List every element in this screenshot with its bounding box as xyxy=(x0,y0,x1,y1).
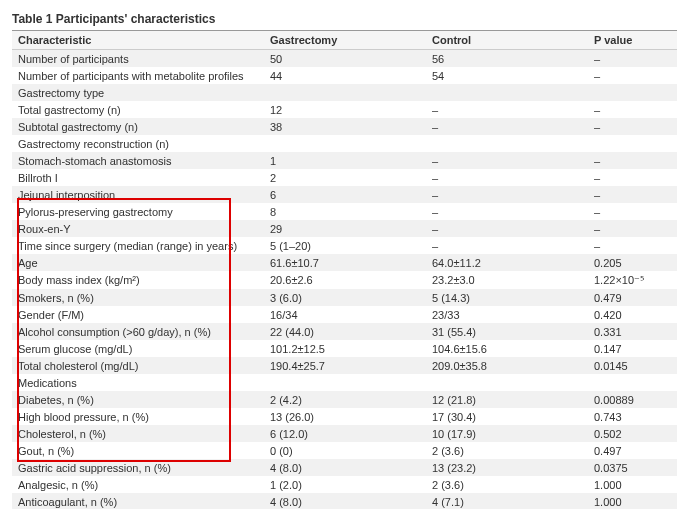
cell-characteristic: Medications xyxy=(12,374,264,391)
cell-gastrectomy: 8 xyxy=(264,203,426,220)
cell-characteristic: Number of participants xyxy=(12,50,264,68)
cell-gastrectomy: 4 (8.0) xyxy=(264,493,426,509)
characteristics-table: Characteristic Gastrectomy Control P val… xyxy=(12,31,677,509)
table-row: Pylorus-preserving gastrectomy8–– xyxy=(12,203,677,220)
cell-control: – xyxy=(426,101,588,118)
cell-characteristic: Smokers, n (%) xyxy=(12,289,264,306)
cell-gastrectomy: 3 (6.0) xyxy=(264,289,426,306)
table-row: Gender (F/M)16/3423/330.420 xyxy=(12,306,677,323)
cell-characteristic: Diabetes, n (%) xyxy=(12,391,264,408)
cell-gastrectomy: 4 (8.0) xyxy=(264,459,426,476)
table-row: Total gastrectomy (n)12–– xyxy=(12,101,677,118)
cell-pvalue: 0.0145 xyxy=(588,357,677,374)
cell-characteristic: Gender (F/M) xyxy=(12,306,264,323)
cell-characteristic: Time since surgery (median (range) in ye… xyxy=(12,237,264,254)
table-row: Age61.6±10.764.0±11.20.205 xyxy=(12,254,677,271)
cell-control: 17 (30.4) xyxy=(426,408,588,425)
table-row: Stomach-stomach anastomosis1–– xyxy=(12,152,677,169)
cell-gastrectomy xyxy=(264,374,426,391)
cell-characteristic: Age xyxy=(12,254,264,271)
cell-control: 104.6±15.6 xyxy=(426,340,588,357)
cell-pvalue: 0.420 xyxy=(588,306,677,323)
cell-control: – xyxy=(426,220,588,237)
cell-gastrectomy: 0 (0) xyxy=(264,442,426,459)
table-row: Total cholesterol (mg/dL)190.4±25.7209.0… xyxy=(12,357,677,374)
cell-pvalue: – xyxy=(588,67,677,84)
cell-gastrectomy: 29 xyxy=(264,220,426,237)
header-pvalue: P value xyxy=(588,31,677,50)
table-row: Gastric acid suppression, n (%)4 (8.0)13… xyxy=(12,459,677,476)
header-control: Control xyxy=(426,31,588,50)
cell-gastrectomy: 101.2±12.5 xyxy=(264,340,426,357)
cell-control: 4 (7.1) xyxy=(426,493,588,509)
cell-gastrectomy: 61.6±10.7 xyxy=(264,254,426,271)
table-row: Body mass index (kg/m²)20.6±2.623.2±3.01… xyxy=(12,271,677,289)
cell-characteristic: Gastrectomy type xyxy=(12,84,264,101)
table-row: Gout, n (%)0 (0)2 (3.6)0.497 xyxy=(12,442,677,459)
table-row: Cholesterol, n (%)6 (12.0)10 (17.9)0.502 xyxy=(12,425,677,442)
cell-control: 64.0±11.2 xyxy=(426,254,588,271)
cell-pvalue: 0.743 xyxy=(588,408,677,425)
cell-gastrectomy: 20.6±2.6 xyxy=(264,271,426,289)
cell-control xyxy=(426,84,588,101)
cell-pvalue: – xyxy=(588,101,677,118)
table-row: Roux-en-Y29–– xyxy=(12,220,677,237)
cell-characteristic: Gastrectomy reconstruction (n) xyxy=(12,135,264,152)
cell-pvalue: – xyxy=(588,203,677,220)
cell-characteristic: Stomach-stomach anastomosis xyxy=(12,152,264,169)
cell-characteristic: Total gastrectomy (n) xyxy=(12,101,264,118)
table-row: Jejunal interposition6–– xyxy=(12,186,677,203)
header-gastrectomy: Gastrectomy xyxy=(264,31,426,50)
cell-gastrectomy: 50 xyxy=(264,50,426,68)
cell-pvalue: 0.0375 xyxy=(588,459,677,476)
cell-control: 23.2±3.0 xyxy=(426,271,588,289)
cell-pvalue: 0.502 xyxy=(588,425,677,442)
cell-gastrectomy: 1 xyxy=(264,152,426,169)
cell-pvalue: 1.000 xyxy=(588,476,677,493)
cell-gastrectomy: 2 xyxy=(264,169,426,186)
cell-control: 54 xyxy=(426,67,588,84)
cell-characteristic: Subtotal gastrectomy (n) xyxy=(12,118,264,135)
cell-control: 31 (55.4) xyxy=(426,323,588,340)
table-row: Number of participants with metabolite p… xyxy=(12,67,677,84)
cell-characteristic: Gastric acid suppression, n (%) xyxy=(12,459,264,476)
cell-characteristic: Total cholesterol (mg/dL) xyxy=(12,357,264,374)
table-row: Serum glucose (mg/dL)101.2±12.5104.6±15.… xyxy=(12,340,677,357)
table-row: Smokers, n (%)3 (6.0)5 (14.3)0.479 xyxy=(12,289,677,306)
cell-control: 2 (3.6) xyxy=(426,476,588,493)
cell-control: – xyxy=(426,237,588,254)
cell-gastrectomy: 6 (12.0) xyxy=(264,425,426,442)
table-title: Table 1 Participants' characteristics xyxy=(12,8,677,31)
cell-pvalue: 0.147 xyxy=(588,340,677,357)
cell-characteristic: Alcohol consumption (>60 g/day), n (%) xyxy=(12,323,264,340)
cell-control xyxy=(426,374,588,391)
cell-gastrectomy: 13 (26.0) xyxy=(264,408,426,425)
cell-gastrectomy: 16/34 xyxy=(264,306,426,323)
cell-gastrectomy xyxy=(264,84,426,101)
cell-control: 209.0±35.8 xyxy=(426,357,588,374)
cell-control: 56 xyxy=(426,50,588,68)
cell-pvalue: – xyxy=(588,220,677,237)
cell-characteristic: Roux-en-Y xyxy=(12,220,264,237)
cell-characteristic: Gout, n (%) xyxy=(12,442,264,459)
table-row: High blood pressure, n (%)13 (26.0)17 (3… xyxy=(12,408,677,425)
table-row: Diabetes, n (%)2 (4.2)12 (21.8)0.00889 xyxy=(12,391,677,408)
cell-gastrectomy: 22 (44.0) xyxy=(264,323,426,340)
cell-gastrectomy: 6 xyxy=(264,186,426,203)
cell-control: – xyxy=(426,186,588,203)
table-row: Anticoagulant, n (%)4 (8.0)4 (7.1)1.000 xyxy=(12,493,677,509)
cell-control: 2 (3.6) xyxy=(426,442,588,459)
cell-pvalue: 0.331 xyxy=(588,323,677,340)
cell-gastrectomy: 44 xyxy=(264,67,426,84)
cell-gastrectomy: 5 (1–20) xyxy=(264,237,426,254)
table-row: Time since surgery (median (range) in ye… xyxy=(12,237,677,254)
cell-pvalue xyxy=(588,374,677,391)
cell-characteristic: Analgesic, n (%) xyxy=(12,476,264,493)
cell-pvalue: 0.479 xyxy=(588,289,677,306)
cell-control: 13 (23.2) xyxy=(426,459,588,476)
table-row: Number of participants5056– xyxy=(12,50,677,68)
cell-gastrectomy xyxy=(264,135,426,152)
cell-pvalue: – xyxy=(588,50,677,68)
header-characteristic: Characteristic xyxy=(12,31,264,50)
cell-pvalue xyxy=(588,84,677,101)
